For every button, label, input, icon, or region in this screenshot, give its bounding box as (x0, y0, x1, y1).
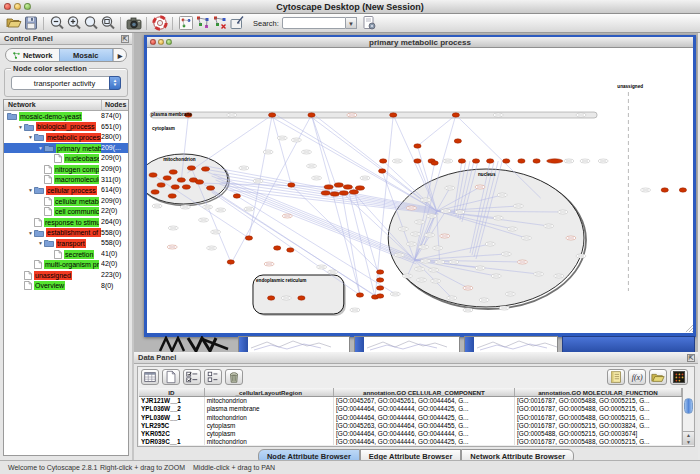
network-node[interactable] (168, 194, 176, 198)
zoom-fit-icon-button[interactable] (99, 15, 116, 32)
network-node[interactable] (207, 186, 215, 190)
network-node[interactable] (298, 296, 305, 300)
table-row[interactable]: YKR052Ccytoplasm[GO:0044464, GO:0044446,… (139, 430, 682, 438)
column-header[interactable]: annotation.GO MOLECULAR_FUNCTION (515, 388, 682, 396)
tabs-overflow-arrow[interactable]: ▶ (113, 49, 126, 61)
background-window-frame[interactable] (562, 336, 695, 352)
tree-row[interactable]: ▼transport558(0) (4, 238, 128, 249)
select-attributes-icon-button[interactable] (183, 369, 201, 385)
network-node[interactable] (452, 113, 459, 117)
network-node[interactable] (518, 159, 525, 163)
table-row[interactable]: YDR039C__1mitochondrion[GO:0044464, GO:0… (139, 438, 682, 445)
create-network-icon-button[interactable] (194, 15, 211, 32)
save-icon-button[interactable] (22, 15, 39, 32)
network-node[interactable] (287, 248, 294, 252)
enhanced-search-config-icon-button[interactable] (361, 15, 378, 32)
tree-row[interactable]: ▼biological_process651(0) (4, 122, 128, 133)
network-node[interactable] (377, 294, 384, 298)
network-node[interactable] (414, 144, 421, 148)
node-color-dropdown[interactable]: transporter activity ▲▼ (11, 76, 121, 90)
network-node[interactable] (458, 159, 465, 163)
network-node[interactable] (377, 286, 384, 290)
network-node[interactable] (343, 185, 352, 189)
zoom-in-icon-button[interactable] (65, 15, 82, 32)
net-minimize-button[interactable] (158, 39, 164, 45)
import-network-icon-button[interactable] (228, 15, 245, 32)
network-canvas[interactable]: plasma membranecytoplasmmitochondrionnuc… (147, 48, 693, 333)
tree-row[interactable]: secretion41(0) (4, 249, 128, 260)
network-node[interactable] (171, 185, 179, 189)
network-node[interactable] (355, 186, 364, 190)
tab-mosaic[interactable]: Mosaic (59, 49, 114, 61)
tree-row[interactable]: ▼metabolic process280(0) (4, 132, 128, 143)
net-close-button[interactable] (150, 39, 156, 45)
table-scrollbar[interactable]: ▲▼ (682, 388, 693, 445)
tree-row[interactable]: multi-organism pro42(0) (4, 259, 128, 270)
network-overview-icon-button[interactable] (177, 15, 194, 32)
background-network-thumbnail[interactable] (158, 336, 230, 352)
unselect-attributes-icon-button[interactable] (204, 369, 222, 385)
network-node[interactable] (472, 159, 479, 163)
network-node[interactable] (308, 113, 315, 117)
tab-network[interactable]: Network (6, 49, 59, 61)
column-header[interactable]: ID (139, 388, 205, 396)
formula-builder-icon-button[interactable]: f(x) (628, 369, 646, 385)
tree-row[interactable]: cellular metabol209(0) (4, 196, 128, 207)
network-node[interactable] (274, 246, 281, 250)
net-zoom-button[interactable] (166, 39, 172, 45)
network-node[interactable] (454, 139, 461, 143)
tree-row[interactable]: macromolecule311(0) (4, 175, 128, 186)
network-node[interactable] (201, 167, 209, 171)
open-file-icon-button[interactable] (5, 15, 22, 32)
column-header[interactable]: _cellularLayoutRegion (205, 388, 334, 396)
attribute-matrix-icon-button[interactable] (670, 369, 688, 385)
network-node[interactable] (182, 185, 190, 189)
network-node[interactable] (377, 278, 384, 282)
network-node[interactable] (187, 166, 195, 170)
new-attribute-icon-button[interactable] (162, 369, 180, 385)
network-node[interactable] (431, 161, 438, 165)
tree-row[interactable]: ▼cellular process614(0) (4, 185, 128, 196)
background-window[interactable] (464, 336, 558, 352)
network-node[interactable] (503, 159, 510, 163)
network-node[interactable] (288, 183, 295, 187)
network-node[interactable] (487, 159, 494, 163)
network-node[interactable] (195, 180, 203, 184)
search-input[interactable] (282, 17, 346, 29)
minimize-button[interactable] (14, 3, 21, 10)
network-node[interactable] (679, 188, 686, 192)
network-node[interactable] (269, 113, 276, 117)
network-node[interactable] (177, 178, 185, 182)
delete-attribute-icon-button[interactable] (225, 369, 243, 385)
tree-row[interactable]: unassigned223(0) (4, 270, 128, 281)
zoom-selected-icon-button[interactable] (82, 15, 99, 32)
network-node[interactable] (324, 185, 333, 189)
close-button[interactable] (4, 3, 11, 10)
network-node[interactable] (661, 188, 668, 192)
network-node[interactable] (414, 159, 421, 163)
network-node[interactable] (356, 293, 363, 297)
network-node[interactable] (151, 190, 159, 194)
network-node[interactable] (379, 169, 386, 173)
import-attributes-icon-button[interactable] (649, 369, 667, 385)
tree-row[interactable]: nitrogen compou209(0) (4, 164, 128, 175)
table-row[interactable]: YLR295Ccytoplasm[GO:0045263, GO:0044464,… (139, 422, 682, 430)
network-node[interactable] (169, 170, 177, 174)
network-node[interactable] (390, 113, 397, 117)
network-node[interactable] (349, 190, 358, 194)
network-node[interactable] (339, 191, 348, 195)
network-node[interactable] (334, 183, 343, 187)
network-node[interactable] (149, 173, 157, 177)
float-panel-icon[interactable]: ⇱ (687, 354, 695, 362)
network-node[interactable] (233, 194, 240, 198)
network-node[interactable] (268, 296, 275, 300)
background-window[interactable] (238, 336, 350, 352)
tree-row[interactable]: nucleobase-c209(0) (4, 153, 128, 164)
network-node[interactable] (330, 192, 339, 196)
scrollbar-arrows[interactable]: ▲▼ (683, 431, 694, 445)
network-node[interactable] (547, 159, 563, 163)
scrollbar-thumb[interactable] (684, 398, 693, 414)
background-window[interactable] (354, 336, 460, 352)
network-node[interactable] (227, 260, 234, 264)
table-row[interactable]: YPL036W__1mitochondrion[GO:0044464, GO:0… (139, 414, 682, 422)
